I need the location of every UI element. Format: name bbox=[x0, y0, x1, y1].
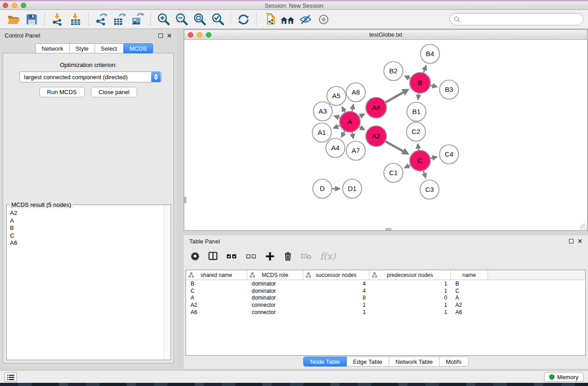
node-label: B bbox=[418, 79, 422, 86]
minimize-window-button[interactable] bbox=[12, 3, 17, 8]
close-panel-icon[interactable]: ✕ bbox=[167, 33, 172, 38]
save-session-button[interactable] bbox=[24, 12, 40, 27]
task-history-button[interactable] bbox=[5, 372, 17, 382]
open-folder-icon bbox=[6, 12, 21, 27]
export-image-icon bbox=[130, 12, 145, 27]
table-row[interactable]: A6connector11A6 bbox=[186, 309, 585, 316]
run-mcds-button[interactable]: Run MCDS bbox=[39, 87, 85, 97]
add-column-button[interactable] bbox=[265, 251, 275, 262]
table-panel: Table Panel ✕ bbox=[184, 235, 588, 369]
result-item[interactable]: C bbox=[10, 232, 164, 240]
function-builder-button[interactable]: f(x) bbox=[320, 251, 335, 262]
result-scrollbar[interactable] bbox=[164, 205, 171, 360]
close-window-button[interactable] bbox=[3, 3, 8, 8]
import-table-button[interactable] bbox=[67, 12, 84, 27]
float-panel-icon[interactable] bbox=[158, 33, 163, 38]
result-item[interactable]: A6 bbox=[10, 239, 164, 247]
hide-details-eye-icon bbox=[298, 13, 313, 26]
export-network-icon bbox=[94, 12, 109, 27]
table-cell: 1 bbox=[369, 302, 451, 308]
optimization-criterion-label: Optimization criterion: bbox=[3, 62, 173, 68]
save-floppy-icon bbox=[25, 13, 38, 26]
search-input[interactable] bbox=[461, 14, 583, 25]
horizontal-scroll-nub[interactable] bbox=[385, 228, 392, 230]
minimize-network-window-button[interactable] bbox=[197, 32, 202, 38]
table-row[interactable]: Adominator80A bbox=[186, 295, 585, 302]
vertical-scroll-nub[interactable] bbox=[184, 197, 186, 203]
export-image-button[interactable] bbox=[129, 12, 146, 27]
delete-table-icon bbox=[301, 252, 312, 261]
preview-button[interactable] bbox=[316, 12, 332, 27]
close-panel-button[interactable]: Close panel bbox=[91, 87, 138, 97]
deselect-all-button[interactable] bbox=[245, 251, 257, 261]
import-network-button[interactable] bbox=[49, 12, 66, 27]
edge-A6-B[interactable] bbox=[384, 92, 403, 103]
table-panel-title: Table Panel bbox=[189, 238, 569, 245]
table-settings-button[interactable] bbox=[190, 251, 200, 261]
show-hide-graphics-button[interactable] bbox=[297, 12, 314, 27]
zoom-in-button[interactable] bbox=[155, 12, 172, 27]
export-table-button[interactable] bbox=[111, 12, 128, 27]
arrowhead-icon bbox=[416, 95, 421, 100]
column-header-label: successor nodes bbox=[316, 272, 356, 278]
tab-select[interactable]: Select bbox=[95, 43, 124, 53]
table-cell: A bbox=[451, 295, 488, 301]
tab-mcds[interactable]: MCDS bbox=[124, 43, 153, 53]
double-home-icon bbox=[280, 13, 295, 26]
refresh-icon bbox=[237, 13, 250, 26]
tab-network[interactable]: Network bbox=[35, 43, 70, 53]
column-header-successor-nodes[interactable]: successor nodes bbox=[303, 270, 369, 280]
tab-network-table[interactable]: Network Table bbox=[389, 357, 440, 367]
first-neighbors-button[interactable] bbox=[279, 12, 296, 27]
result-item[interactable]: B bbox=[10, 224, 164, 232]
gray-eye-icon bbox=[317, 13, 330, 26]
close-network-window-button[interactable] bbox=[188, 32, 193, 38]
refresh-button[interactable] bbox=[235, 12, 252, 27]
table-cell: 4 bbox=[303, 288, 369, 294]
tab-edge-table[interactable]: Edge Table bbox=[347, 357, 389, 367]
tab-node-table[interactable]: Node Table bbox=[303, 357, 347, 367]
open-session-button[interactable] bbox=[5, 12, 22, 27]
table-cell: A6 bbox=[451, 309, 488, 315]
select-all-button[interactable] bbox=[226, 251, 238, 261]
zoom-fit-button[interactable] bbox=[191, 12, 208, 27]
zoom-selected-button[interactable] bbox=[210, 12, 226, 27]
memory-button[interactable]: Memory bbox=[544, 372, 583, 382]
split-panel-button[interactable] bbox=[208, 251, 218, 261]
network-graph[interactable]: B4B2BB3A5A8A6B1A3AC2A1A2A4A7C4CC1DD1C3 bbox=[184, 40, 587, 230]
result-item[interactable]: A bbox=[10, 217, 164, 225]
table-row[interactable]: Cdominator41C bbox=[186, 287, 585, 295]
table-row[interactable]: Bdominator41B bbox=[186, 280, 585, 287]
float-table-panel-icon[interactable] bbox=[569, 239, 574, 243]
node-label: A2 bbox=[372, 132, 380, 140]
delete-table-button[interactable] bbox=[301, 252, 312, 261]
zoom-network-window-button[interactable] bbox=[206, 32, 211, 38]
table-cell: dominator bbox=[247, 295, 303, 301]
tab-style[interactable]: Style bbox=[70, 43, 95, 53]
close-table-panel-icon[interactable]: ✕ bbox=[577, 239, 583, 243]
new-network-from-selection-button[interactable] bbox=[261, 12, 277, 27]
zoom-out-icon bbox=[175, 12, 189, 26]
table-row[interactable]: A2connector11A2 bbox=[186, 301, 585, 309]
column-header-predecessor-nodes[interactable]: predecessor nodes bbox=[369, 270, 451, 280]
plus-icon bbox=[265, 251, 275, 262]
column-header-MCDS-role[interactable]: MCDS role bbox=[247, 270, 303, 280]
network-canvas[interactable]: B4B2BB3A5A8A6B1A3AC2A1A2A4A7C4CC1DD1C3 bbox=[184, 40, 587, 230]
column-header-name[interactable]: name bbox=[451, 270, 488, 280]
app-title: Session: New Session bbox=[265, 2, 323, 9]
edge-A2-C[interactable] bbox=[384, 141, 403, 151]
zoom-out-button[interactable] bbox=[173, 12, 190, 27]
column-header-shared-name[interactable]: shared name bbox=[186, 270, 247, 280]
export-network-button[interactable] bbox=[93, 12, 110, 27]
result-item[interactable]: A2 bbox=[10, 210, 164, 217]
arrowhead-icon bbox=[422, 65, 427, 71]
delete-column-button[interactable] bbox=[283, 251, 293, 262]
zoom-window-button[interactable] bbox=[21, 3, 26, 8]
criterion-dropdown[interactable]: largest connected component (directed) bbox=[19, 71, 162, 82]
node-label: C2 bbox=[411, 128, 420, 135]
search-field[interactable] bbox=[449, 13, 583, 25]
node-label: A1 bbox=[318, 129, 326, 136]
tab-motifs[interactable]: Motifs bbox=[440, 357, 468, 367]
resize-grip-icon[interactable] bbox=[580, 224, 587, 230]
criterion-dropdown-value: largest connected component (directed) bbox=[20, 74, 151, 81]
